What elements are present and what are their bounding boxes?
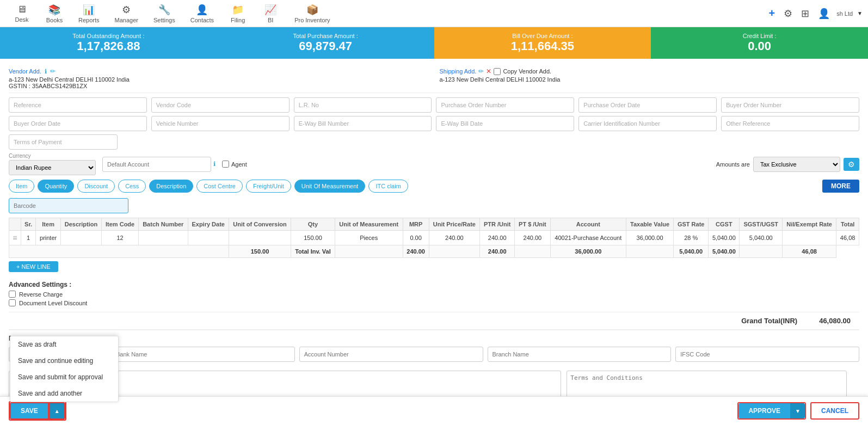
shipping-add-link[interactable]: Shipping Add. [440, 68, 477, 75]
tab-cess[interactable]: Cess [118, 180, 146, 193]
nav-settings[interactable]: 🔧 Settings [146, 2, 183, 26]
row-qty[interactable]: 150.00 [291, 231, 335, 245]
grid-icon[interactable]: ⊞ [799, 5, 811, 22]
eway-bill-date-input[interactable] [436, 116, 574, 131]
reverse-charge-label: Reverse Charge [19, 291, 63, 298]
shipping-close-icon[interactable]: ✕ [486, 67, 491, 75]
save-caret-button[interactable]: ▲ [49, 402, 65, 420]
books-icon: 📚 [48, 4, 60, 16]
row-batch-number[interactable] [139, 231, 188, 245]
row-mrp[interactable]: 0.00 [403, 231, 429, 245]
row-item[interactable]: printer [36, 231, 60, 245]
currency-select[interactable]: Indian Rupee [9, 160, 96, 175]
other-reference-input[interactable] [721, 116, 859, 131]
row-gst-rate[interactable]: 28 % [674, 231, 709, 245]
user-avatar-icon[interactable]: 👤 [816, 5, 832, 22]
cancel-button[interactable]: CANCEL [810, 402, 859, 420]
fields-row-3 [9, 134, 859, 150]
eway-bill-number-input[interactable] [294, 116, 432, 131]
row-nil-exempt[interactable] [783, 231, 836, 245]
amounts-gear-button[interactable]: ⚙ [844, 158, 859, 171]
save-button[interactable]: SAVE [10, 402, 49, 420]
tab-discount[interactable]: Discount [77, 180, 115, 193]
bank-fields-row [9, 347, 859, 362]
vendor-info-icon[interactable]: ℹ [45, 68, 47, 75]
copy-vendor-checkbox[interactable] [494, 68, 501, 75]
account-number-input[interactable] [299, 347, 483, 362]
reverse-charge-checkbox[interactable] [9, 291, 16, 298]
company-label[interactable]: sh Ltd [836, 10, 853, 17]
branch-name-input[interactable] [488, 347, 672, 362]
purchase-order-number-input[interactable] [436, 97, 574, 113]
nav-contacts[interactable]: 👤 Contacts [183, 2, 221, 26]
approve-caret-button[interactable]: ▼ [790, 403, 805, 418]
bank-name-input[interactable] [111, 347, 295, 362]
more-button[interactable]: MORE [822, 180, 859, 193]
nav-reports[interactable]: 📊 Reports [71, 2, 107, 26]
col-unit-conversion: Unit of Conversion [229, 218, 291, 231]
lr-no-input[interactable] [294, 97, 432, 113]
grand-total-label: Grand Total(INR) [741, 317, 797, 325]
inventory-table-container: Sr. Item Description Item Code Batch Num… [9, 218, 859, 258]
terms-of-payment-input[interactable] [9, 134, 118, 150]
row-ptr-unit[interactable]: 240.00 [480, 231, 515, 245]
contacts-icon: 👤 [196, 4, 208, 16]
vendor-edit-icon[interactable]: ✏ [50, 67, 56, 75]
save-add-another-item[interactable]: Save and add another [10, 385, 118, 402]
company-dropdown-icon[interactable]: ▼ [857, 10, 863, 16]
nav-bi[interactable]: 📈 BI [254, 2, 287, 26]
ifsc-code-input[interactable] [675, 347, 859, 362]
reference-input[interactable] [9, 97, 147, 113]
vendor-address-line1: a-123 New Delhi Central DELHI 110002 Ind… [9, 76, 429, 83]
row-cgst[interactable]: 5,040.00 [709, 231, 740, 245]
row-taxable-value[interactable]: 36,000.00 [626, 231, 674, 245]
row-expiry-date[interactable] [188, 231, 229, 245]
nav-manager[interactable]: ⚙ Manager [107, 2, 146, 26]
add-icon[interactable]: + [766, 5, 777, 22]
nav-filing[interactable]: 📁 Filing [221, 2, 254, 26]
total-inv-val-label: Total Inv. Val [291, 245, 335, 258]
amounts-are-select[interactable]: Tax Exclusive [753, 157, 840, 172]
buyer-order-date-input[interactable] [9, 116, 147, 131]
row-sgst[interactable]: 5,040.00 [740, 231, 783, 245]
row-drag[interactable]: ≡ [9, 231, 21, 245]
buyer-order-number-input[interactable] [721, 97, 859, 113]
row-unit-price[interactable]: 240.00 [429, 231, 480, 245]
col-total: Total [836, 218, 859, 231]
row-unit-conversion[interactable] [229, 231, 291, 245]
tab-itc-claim[interactable]: ITC claim [368, 180, 408, 193]
row-account[interactable]: 40021-Purchase Account [550, 231, 626, 245]
tab-unit-of-measurement[interactable]: Unit Of Measurement [294, 180, 366, 193]
shipping-edit-icon[interactable]: ✏ [478, 67, 484, 75]
default-account-input[interactable] [102, 157, 211, 172]
nav-desk[interactable]: 🖥 Desk [5, 2, 38, 25]
tab-item[interactable]: Item [9, 180, 34, 193]
tab-freight-unit[interactable]: Freight/Unit [246, 180, 291, 193]
tab-description[interactable]: Description [149, 180, 193, 193]
purchase-order-date-input[interactable] [578, 97, 717, 113]
barcode-input[interactable] [9, 198, 128, 213]
vendor-code-input[interactable] [151, 97, 290, 113]
vehicle-number-input[interactable] [151, 116, 290, 131]
tab-quantity[interactable]: Quantity [38, 180, 74, 193]
gear-icon[interactable]: ⚙ [781, 5, 795, 22]
nav-books[interactable]: 📚 Books [38, 2, 71, 26]
tab-row: Item Quantity Discount Cess Description … [9, 180, 859, 193]
bank-details-section: Bank Details ℹ [9, 330, 859, 366]
new-line-button[interactable]: + NEW LINE [9, 261, 58, 272]
carrier-id-input[interactable] [578, 116, 717, 131]
agent-checkbox[interactable] [222, 161, 229, 168]
approve-button[interactable]: APPROVE [738, 403, 790, 418]
row-description[interactable] [60, 231, 101, 245]
nav-pro-inventory[interactable]: 📦 Pro Inventory [287, 2, 337, 26]
row-pts-unit[interactable]: 240.00 [515, 231, 550, 245]
save-continue-editing-item[interactable]: Save and continue editing [10, 353, 118, 369]
default-account-info-icon[interactable]: ℹ [213, 161, 216, 168]
tab-cost-centre[interactable]: Cost Centre [196, 180, 243, 193]
save-submit-approval-item[interactable]: Save and submit for approval [10, 369, 118, 385]
document-discount-checkbox[interactable] [9, 299, 16, 306]
row-item-code[interactable]: 12 [102, 231, 139, 245]
vendor-add-link[interactable]: Vendor Add. [9, 68, 41, 75]
save-as-draft-item[interactable]: Save as draft [10, 336, 118, 353]
row-unit-measurement[interactable]: Pieces [335, 231, 403, 245]
